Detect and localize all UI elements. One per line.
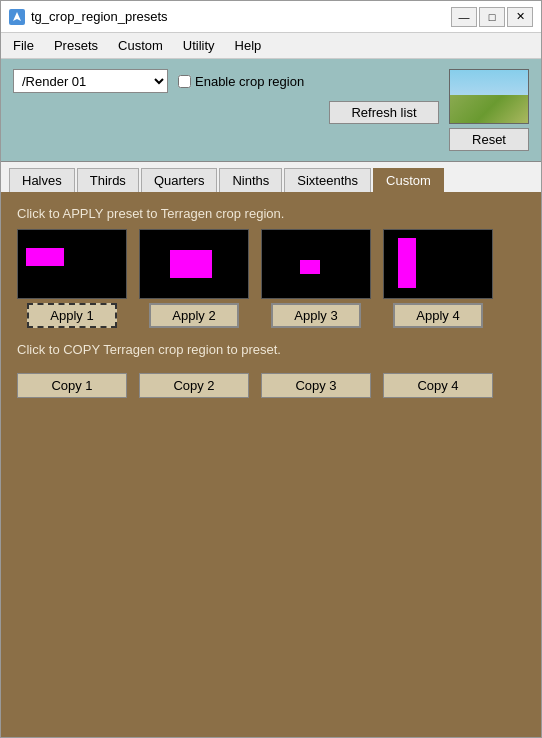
magenta-region-3	[300, 260, 320, 274]
window-title: tg_crop_region_presets	[31, 9, 445, 24]
app-icon	[9, 9, 25, 25]
enable-crop-text: Enable crop region	[195, 74, 304, 89]
reset-button[interactable]: Reset	[449, 128, 529, 151]
tab-thirds[interactable]: Thirds	[77, 168, 139, 192]
menu-utility[interactable]: Utility	[175, 35, 223, 56]
apply-section: Click to APPLY preset to Terragen crop r…	[17, 206, 525, 328]
tab-quarters[interactable]: Quarters	[141, 168, 218, 192]
minimize-button[interactable]: —	[451, 7, 477, 27]
magenta-region-2	[170, 250, 212, 278]
render-dropdown[interactable]: /Render 01	[13, 69, 168, 93]
top-panel: /Render 01 Enable crop region Refresh li…	[1, 59, 541, 162]
refresh-button[interactable]: Refresh list	[329, 101, 439, 124]
apply-button-1[interactable]: Apply 1	[27, 303, 117, 328]
preset-preview-3	[261, 229, 371, 299]
tab-bar: Halves Thirds Quarters Ninths Sixteenths…	[1, 162, 541, 194]
preset-item-3: Apply 3	[261, 229, 371, 328]
menu-file[interactable]: File	[5, 35, 42, 56]
copy-button-1[interactable]: Copy 1	[17, 373, 127, 398]
tab-ninths[interactable]: Ninths	[219, 168, 282, 192]
apply-button-2[interactable]: Apply 2	[149, 303, 239, 328]
window-controls: — □ ✕	[451, 7, 533, 27]
copy-section-label: Click to COPY Terragen crop region to pr…	[17, 342, 525, 357]
main-content: Click to APPLY preset to Terragen crop r…	[1, 194, 541, 737]
menu-presets[interactable]: Presets	[46, 35, 106, 56]
tab-sixteenths[interactable]: Sixteenths	[284, 168, 371, 192]
apply-button-4[interactable]: Apply 4	[393, 303, 483, 328]
tab-custom[interactable]: Custom	[373, 168, 444, 192]
preset-item-1: Apply 1	[17, 229, 127, 328]
main-window: tg_crop_region_presets — □ ✕ File Preset…	[0, 0, 542, 738]
menu-custom[interactable]: Custom	[110, 35, 171, 56]
enable-crop-checkbox[interactable]	[178, 75, 191, 88]
menu-help[interactable]: Help	[227, 35, 270, 56]
copy-button-2[interactable]: Copy 2	[139, 373, 249, 398]
copy-section: Click to COPY Terragen crop region to pr…	[17, 342, 525, 398]
close-button[interactable]: ✕	[507, 7, 533, 27]
preset-item-4: Apply 4	[383, 229, 493, 328]
preset-preview-1	[17, 229, 127, 299]
magenta-region-4	[398, 238, 416, 288]
apply-section-label: Click to APPLY preset to Terragen crop r…	[17, 206, 525, 221]
preset-item-2: Apply 2	[139, 229, 249, 328]
copy-grid: Copy 1 Copy 2 Copy 3 Copy 4	[17, 373, 525, 398]
presets-grid: Apply 1 Apply 2 Apply 3	[17, 229, 525, 328]
maximize-button[interactable]: □	[479, 7, 505, 27]
tab-halves[interactable]: Halves	[9, 168, 75, 192]
preset-preview-2	[139, 229, 249, 299]
magenta-region-1	[26, 248, 64, 266]
apply-button-3[interactable]: Apply 3	[271, 303, 361, 328]
menu-bar: File Presets Custom Utility Help	[1, 33, 541, 59]
preset-preview-4	[383, 229, 493, 299]
copy-button-3[interactable]: Copy 3	[261, 373, 371, 398]
copy-button-4[interactable]: Copy 4	[383, 373, 493, 398]
spacer	[17, 412, 525, 725]
preview-thumbnail	[449, 69, 529, 124]
title-bar: tg_crop_region_presets — □ ✕	[1, 1, 541, 33]
enable-crop-label: Enable crop region	[178, 74, 304, 89]
